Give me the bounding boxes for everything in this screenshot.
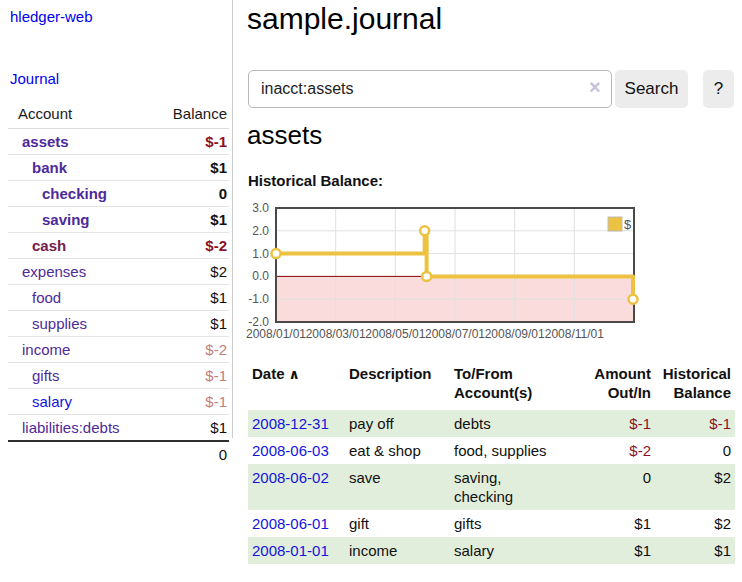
account-link[interactable]: cash [32, 237, 66, 254]
app-brand-link[interactable]: hledger-web [10, 8, 93, 25]
account-name-cell: supplies [8, 311, 155, 337]
transaction-description: gift [345, 510, 450, 537]
transaction-description: save [345, 464, 450, 510]
account-heading: assets [247, 120, 322, 151]
y-tick-label: 2.0 [252, 224, 269, 238]
account-name-cell: gifts [8, 363, 155, 389]
account-link[interactable]: gifts [32, 367, 60, 384]
account-balance: $-1 [155, 389, 229, 415]
account-balance: $-1 [155, 129, 229, 155]
account-balance: $2 [155, 259, 229, 285]
data-point-marker [420, 226, 429, 235]
account-row: expenses$2 [8, 259, 229, 285]
transaction-row: 2008-06-01giftgifts$1$2 [248, 510, 735, 537]
account-row: salary$-1 [8, 389, 229, 415]
transaction-date-link[interactable]: 2008-12-31 [252, 415, 329, 432]
page-title: sample.journal [247, 2, 442, 36]
transaction-amount: $1 [580, 537, 655, 564]
account-link[interactable]: income [22, 341, 70, 358]
account-balance: $-2 [155, 337, 229, 363]
accounts-total-value: 0 [155, 441, 229, 467]
account-balance: $-2 [155, 233, 229, 259]
account-row: gifts$-1 [8, 363, 229, 389]
accounts-header-account: Account [8, 100, 155, 129]
account-row: saving$1 [8, 207, 229, 233]
transaction-amount: $-2 [580, 437, 655, 464]
transaction-accounts: saving, checking [450, 464, 580, 510]
x-tick-label: 2008/01/01 [246, 327, 306, 341]
transaction-date-cell: 2008-01-01 [248, 537, 345, 564]
account-name-cell: expenses [8, 259, 155, 285]
transaction-date-cell: 2008-06-03 [248, 437, 345, 464]
transaction-accounts: debts [450, 410, 580, 437]
account-row: bank$1 [8, 155, 229, 181]
register-header-row: Date∧ Description To/From Account(s) Amo… [248, 360, 735, 410]
historical-balance-chart: $3.02.01.00.0-1.0-2.02008/01/012008/03/0… [240, 196, 740, 346]
account-name-cell: liabilities:debts [8, 415, 155, 442]
transaction-accounts: salary [450, 537, 580, 564]
accounts-total-row: 0 [8, 441, 229, 467]
account-balance: $-1 [155, 363, 229, 389]
accounts-header-balance: Balance [155, 100, 229, 129]
account-name-cell: income [8, 337, 155, 363]
account-name-cell: bank [8, 155, 155, 181]
account-balance: $1 [155, 155, 229, 181]
transaction-date-cell: 2008-12-31 [248, 410, 345, 437]
account-row: cash$-2 [8, 233, 229, 259]
account-link[interactable]: food [32, 289, 61, 306]
x-tick-label: 2008/07/01 [425, 327, 485, 341]
account-balance: $1 [155, 415, 229, 442]
register-header-description: Description [345, 360, 450, 410]
search-input[interactable] [248, 70, 612, 108]
account-name-cell: food [8, 285, 155, 311]
account-row: liabilities:debts$1 [8, 415, 229, 442]
transaction-balance: $-1 [655, 410, 735, 437]
transaction-row: 2008-12-31pay offdebts$-1$-1 [248, 410, 735, 437]
account-link[interactable]: expenses [22, 263, 86, 280]
transaction-date-link[interactable]: 2008-06-03 [252, 442, 329, 459]
account-link[interactable]: assets [22, 133, 69, 150]
account-row: assets$-1 [8, 129, 229, 155]
transaction-balance: $2 [655, 510, 735, 537]
account-link[interactable]: saving [42, 211, 90, 228]
x-tick-label: 2008/03/01 [306, 327, 366, 341]
search-button[interactable]: Search [615, 70, 688, 108]
x-tick-label: 2008/09/01 [485, 327, 545, 341]
transaction-amount: $1 [580, 510, 655, 537]
account-row: income$-2 [8, 337, 229, 363]
clear-search-icon[interactable]: × [589, 77, 601, 97]
account-link[interactable]: bank [32, 159, 67, 176]
account-balance: 0 [155, 181, 229, 207]
nav-journal-link[interactable]: Journal [10, 70, 59, 87]
transaction-date-link[interactable]: 2008-06-02 [252, 469, 329, 486]
register-header-date[interactable]: Date∧ [248, 360, 345, 410]
register-header-balance: Historical Balance [655, 360, 735, 410]
transaction-row: 2008-06-03eat & shopfood, supplies$-20 [248, 437, 735, 464]
account-link[interactable]: liabilities:debts [22, 419, 120, 436]
y-tick-label: 3.0 [252, 201, 269, 215]
transaction-date-link[interactable]: 2008-06-01 [252, 515, 329, 532]
register-header-accounts: To/From Account(s) [450, 360, 580, 410]
accounts-header-row: Account Balance [8, 100, 229, 129]
account-name-cell: checking [8, 181, 155, 207]
accounts-total-spacer [8, 441, 155, 467]
legend-swatch [608, 217, 622, 231]
accounts-table: Account Balance assets$-1bank$1checking0… [8, 100, 229, 467]
account-row: food$1 [8, 285, 229, 311]
transaction-row: 2008-06-02savesaving, checking0$2 [248, 464, 735, 510]
account-link[interactable]: supplies [32, 315, 87, 332]
register-table: Date∧ Description To/From Account(s) Amo… [248, 360, 735, 564]
account-link[interactable]: checking [42, 185, 107, 202]
data-point-marker [422, 272, 431, 281]
account-balance: $1 [155, 207, 229, 233]
y-tick-label: -1.0 [248, 292, 269, 306]
transaction-accounts: gifts [450, 510, 580, 537]
transaction-description: income [345, 537, 450, 564]
x-tick-label: 2008/05/01 [365, 327, 425, 341]
help-button[interactable]: ? [703, 70, 734, 108]
data-point-marker [629, 295, 638, 304]
account-balance: $1 [155, 311, 229, 337]
transaction-date-link[interactable]: 2008-01-01 [252, 542, 329, 559]
register-header-amount: Amount Out/In [580, 360, 655, 410]
account-link[interactable]: salary [32, 393, 72, 410]
